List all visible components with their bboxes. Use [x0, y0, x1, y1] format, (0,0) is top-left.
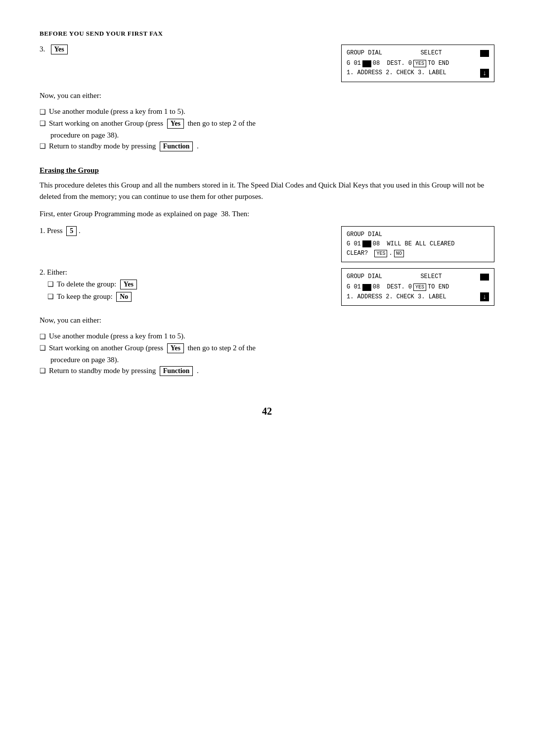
- function-key-1: Function: [160, 142, 193, 151]
- lcd2-yes-box: YES: [374, 250, 387, 257]
- lcd1-select-label: SELECT: [420, 48, 442, 58]
- lcd-display-2: GROUP DIAL G 01 08 WILL BE ALL CLEARED C…: [341, 226, 494, 263]
- either-opt2: ❑ To keep the group: No: [47, 292, 312, 302]
- lcd1-container: GROUP DIAL SELECT G 01 08 DEST. 0 YES TO…: [341, 45, 494, 82]
- bullet1-2: ❑ Use another module (press a key from 1…: [40, 332, 494, 341]
- step3-number: 3.: [40, 45, 45, 53]
- lcd-display-3: GROUP DIAL SELECT G 01 08 DEST. 0 YES TO…: [341, 268, 494, 306]
- checkbox-icon-5: ❑: [40, 344, 46, 352]
- lcd1-line2: G 01 08 DEST. 0 YES TO END: [347, 59, 489, 68]
- step3-row: 3. Yes GROUP DIAL SELECT G 01 08 DEST. 0…: [40, 45, 494, 82]
- erasing-para2: First, enter Group Programming mode as e…: [40, 208, 494, 220]
- lcd1-group-dial: GROUP DIAL: [347, 48, 382, 58]
- lcd1-to-end: TO END: [428, 59, 449, 68]
- lcd1-down-arrow: ↓: [480, 69, 489, 78]
- erasing-heading: Erasing the Group: [40, 166, 494, 175]
- step1-left: 1. Press 5 .: [40, 226, 312, 238]
- lcd2-cursor: [362, 240, 371, 247]
- lcd2-line1: GROUP DIAL: [347, 230, 489, 239]
- bullet2-1-indent: procedure on page 38).: [50, 131, 494, 140]
- function-key-2: Function: [160, 366, 193, 376]
- now-section-1: Now, you can either: ❑ Use another modul…: [40, 90, 494, 151]
- lcd2-line3: CLEAR? YES . NO: [347, 249, 489, 258]
- erasing-para1: This procedure deletes this Group and al…: [40, 180, 494, 203]
- step2-left: 2. Either: ❑ To delete the group: Yes ❑ …: [40, 268, 312, 304]
- lcd3-black-box: [480, 274, 489, 281]
- checkbox-icon-6: ❑: [40, 367, 46, 375]
- checkbox-icon-1: ❑: [40, 108, 46, 116]
- step1-row: 1. Press 5 . GROUP DIAL G 01 08 WILL BE …: [40, 226, 494, 263]
- lcd3-08: 08 DEST. 0: [373, 283, 412, 292]
- lcd3-g01: G 01: [347, 283, 361, 292]
- bullet2-2-indent: procedure on page 38).: [50, 356, 494, 364]
- either-checkbox-2: ❑: [47, 292, 54, 301]
- lcd1-yes-box: YES: [413, 60, 426, 67]
- step1-label: 1. Press 5 .: [40, 226, 312, 236]
- bullet3-2: ❑ Return to standby mode by pressing Fun…: [40, 366, 494, 376]
- checkbox-icon-3: ❑: [40, 142, 46, 150]
- lcd1-header: GROUP DIAL SELECT: [347, 48, 489, 58]
- lcd3-line2: G 01 08 DEST. 0 YES TO END: [347, 283, 489, 292]
- lcd3-down-arrow: ↓: [480, 292, 489, 301]
- lcd3-to-end: TO END: [428, 283, 449, 292]
- lcd1-cursor: [362, 60, 371, 67]
- now-label-2: Now, you can either:: [40, 315, 494, 326]
- bullet3-1: ❑ Return to standby mode by pressing Fun…: [40, 142, 494, 151]
- bullet1-2-text: Use another module (press a key from 1 t…: [49, 332, 185, 340]
- bullet3-2-text: Return to standby mode by pressing Funct…: [49, 366, 199, 376]
- either-opt1-text: To delete the group: Yes: [57, 280, 137, 289]
- lcd3-container: GROUP DIAL SELECT G 01 08 DEST. 0 YES TO…: [341, 268, 494, 306]
- lcd1-black-box: [480, 50, 489, 57]
- step3-label: 3. Yes: [40, 45, 312, 54]
- either-label: 2. Either:: [40, 268, 312, 277]
- yes-key-1: Yes: [51, 45, 68, 54]
- bullet2-1: ❑ Start working on another Group (press …: [40, 119, 494, 129]
- bullet2-2-text: Start working on another Group (press Ye…: [49, 343, 256, 353]
- lcd2-g01: G 01: [347, 239, 361, 249]
- either-opt2-text: To keep the group: No: [57, 292, 132, 302]
- lcd-display-1: GROUP DIAL SELECT G 01 08 DEST. 0 YES TO…: [341, 45, 494, 82]
- key-5: 5: [66, 226, 77, 236]
- bullet1-1-text: Use another module (press a key from 1 t…: [49, 107, 185, 116]
- bullet3-1-text: Return to standby mode by pressing Funct…: [49, 142, 199, 151]
- lcd1-g01: G 01: [347, 59, 361, 68]
- page-number: 42: [40, 406, 494, 417]
- step3-left: 3. Yes: [40, 45, 312, 56]
- step2-row: 2. Either: ❑ To delete the group: Yes ❑ …: [40, 268, 494, 306]
- bullet2-2: ❑ Start working on another Group (press …: [40, 343, 494, 353]
- either-checkbox-1: ❑: [47, 280, 54, 288]
- bullet1-1: ❑ Use another module (press a key from 1…: [40, 107, 494, 116]
- lcd1-08: 08 DEST. 0: [373, 59, 412, 68]
- lcd2-group-dial: GROUP DIAL: [347, 230, 382, 239]
- no-key: No: [116, 292, 132, 302]
- lcd2-dot: .: [389, 249, 392, 258]
- lcd3-cursor: [362, 284, 371, 291]
- lcd1-address-label: 1. ADDRESS 2. CHECK 3. LABEL: [347, 68, 446, 78]
- checkbox-icon-4: ❑: [40, 332, 46, 341]
- lcd2-line2: G 01 08 WILL BE ALL CLEARED: [347, 239, 489, 249]
- lcd2-clear-label: CLEAR?: [347, 249, 368, 258]
- lcd1-line3: 1. ADDRESS 2. CHECK 3. LABEL ↓: [347, 68, 489, 78]
- section-header: BEFORE YOU SEND YOUR FIRST FAX: [40, 30, 494, 38]
- lcd3-yes-box: YES: [413, 284, 426, 291]
- either-options: ❑ To delete the group: Yes ❑ To keep the…: [47, 280, 312, 302]
- now-section-2: Now, you can either: ❑ Use another modul…: [40, 315, 494, 376]
- lcd2-container: GROUP DIAL G 01 08 WILL BE ALL CLEARED C…: [341, 226, 494, 263]
- bullet2-1-text: Start working on another Group (press Ye…: [49, 119, 256, 129]
- yes-key-inline-1: Yes: [167, 119, 184, 129]
- yes-key-inline-2: Yes: [167, 343, 184, 353]
- yes-key-2: Yes: [120, 280, 137, 289]
- lcd3-header: GROUP DIAL SELECT: [347, 272, 489, 282]
- checkbox-icon-2: ❑: [40, 119, 46, 128]
- lcd2-will-be: 08 WILL BE ALL CLEARED: [373, 239, 455, 249]
- lcd2-no-box: NO: [394, 250, 404, 257]
- now-label-1: Now, you can either:: [40, 90, 494, 101]
- either-opt1: ❑ To delete the group: Yes: [47, 280, 312, 289]
- lcd3-select-label: SELECT: [420, 272, 442, 282]
- lcd3-address-label: 1. ADDRESS 2. CHECK 3. LABEL: [347, 292, 446, 302]
- lcd3-group-dial: GROUP DIAL: [347, 272, 382, 282]
- lcd3-line3: 1. ADDRESS 2. CHECK 3. LABEL ↓: [347, 292, 489, 302]
